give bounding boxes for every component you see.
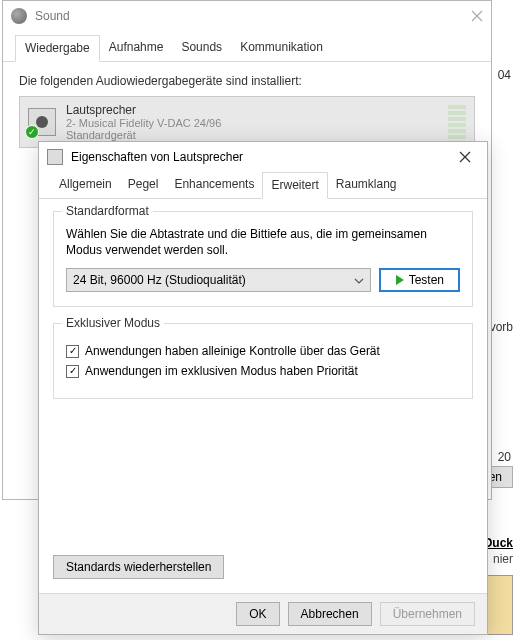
standardformat-group: Standardformat Wählen Sie die Abtastrate… xyxy=(53,211,473,307)
checkbox-icon xyxy=(66,345,79,358)
tab-sounds[interactable]: Sounds xyxy=(172,35,231,61)
dialog-footer: OK Abbrechen Übernehmen xyxy=(39,593,487,634)
properties-dialog: Eigenschaften von Lautsprecher Allgemein… xyxy=(38,141,488,635)
test-label: Testen xyxy=(409,273,444,287)
device-status: Standardgerät xyxy=(66,129,221,141)
format-value: 24 Bit, 96000 Hz (Studioqualität) xyxy=(73,273,354,287)
tab-erweitert[interactable]: Erweitert xyxy=(262,172,327,199)
speaker-icon: ✓ xyxy=(28,108,56,136)
props-tabs: Allgemein Pegel Enhancements Erweitert R… xyxy=(39,172,487,199)
restore-defaults-button[interactable]: Standards wiederherstellen xyxy=(53,555,224,579)
props-title: Eigenschaften von Lautsprecher xyxy=(71,150,451,164)
cancel-button[interactable]: Abbrechen xyxy=(288,602,372,626)
exclusive-group: Exklusiver Modus Anwendungen haben allei… xyxy=(53,323,473,399)
bg-text: 20 xyxy=(498,450,511,464)
level-meter-icon xyxy=(448,105,466,139)
sound-icon xyxy=(11,8,27,24)
tab-raumklang[interactable]: Raumklang xyxy=(328,172,405,198)
device-desc: 2- Musical Fidelity V-DAC 24/96 xyxy=(66,117,221,129)
exclusive-checkbox-1[interactable]: Anwendungen haben alleinige Kontrolle üb… xyxy=(66,344,460,358)
exclusive-opt2-label: Anwendungen im exklusiven Modus haben Pr… xyxy=(85,364,358,378)
device-name: Lautsprecher xyxy=(66,103,221,117)
tab-aufnahme[interactable]: Aufnahme xyxy=(100,35,173,61)
checkbox-icon xyxy=(66,365,79,378)
close-icon xyxy=(459,151,471,163)
play-icon xyxy=(395,274,405,286)
standardformat-legend: Standardformat xyxy=(62,204,153,218)
format-dropdown[interactable]: 24 Bit, 96000 Hz (Studioqualität) xyxy=(66,268,371,292)
tab-allgemein[interactable]: Allgemein xyxy=(51,172,120,198)
standardformat-desc: Wählen Sie die Abtastrate und die Bittie… xyxy=(66,226,460,258)
close-icon[interactable] xyxy=(471,10,483,22)
bg-subtext: nier xyxy=(493,552,513,566)
tab-pegel[interactable]: Pegel xyxy=(120,172,167,198)
device-row[interactable]: ✓ Lautsprecher 2- Musical Fidelity V-DAC… xyxy=(20,97,474,147)
default-check-icon: ✓ xyxy=(25,125,39,139)
tab-kommunikation[interactable]: Kommunikation xyxy=(231,35,332,61)
device-instruction: Die folgenden Audiowiedergabegeräte sind… xyxy=(19,74,475,88)
exclusive-checkbox-2[interactable]: Anwendungen im exklusiven Modus haben Pr… xyxy=(66,364,460,378)
sound-tabs: Wiedergabe Aufnahme Sounds Kommunikation xyxy=(3,35,491,62)
apply-button[interactable]: Übernehmen xyxy=(380,602,475,626)
test-button[interactable]: Testen xyxy=(379,268,460,292)
exclusive-legend: Exklusiver Modus xyxy=(62,316,164,330)
tab-wiedergabe[interactable]: Wiedergabe xyxy=(15,35,100,62)
tab-enhancements[interactable]: Enhancements xyxy=(166,172,262,198)
props-titlebar[interactable]: Eigenschaften von Lautsprecher xyxy=(39,142,487,172)
close-button[interactable] xyxy=(451,146,479,168)
ok-button[interactable]: OK xyxy=(236,602,279,626)
sound-title: Sound xyxy=(35,9,471,23)
exclusive-opt1-label: Anwendungen haben alleinige Kontrolle üb… xyxy=(85,344,380,358)
bg-text: 04 xyxy=(498,68,511,82)
sound-titlebar[interactable]: Sound xyxy=(3,1,491,31)
speaker-properties-icon xyxy=(47,149,63,165)
chevron-down-icon xyxy=(354,273,364,287)
